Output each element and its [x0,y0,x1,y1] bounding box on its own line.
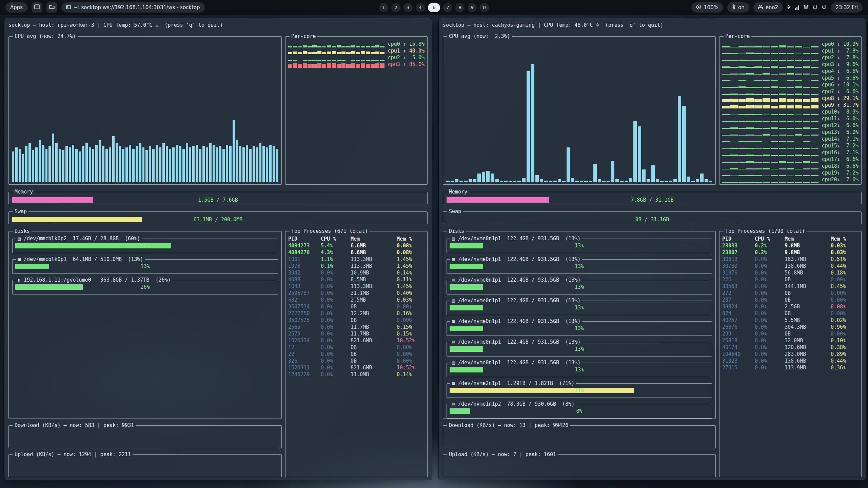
apps-button[interactable]: Apps [5,2,27,13]
swap-panel: Swap 0B / 31.1GB [443,208,862,224]
chart-bar [229,146,232,182]
chart-bar [105,149,108,182]
bell-icon[interactable] [813,4,817,11]
power-profile-icon[interactable] [787,4,791,11]
spark-bar [771,141,778,142]
chart-bar [256,147,258,182]
workspace-2[interactable]: 2 [391,3,400,12]
core-row: cpu17↓ 6.6% [722,156,859,163]
chart-bar [72,145,74,182]
process-table: PIDCPU %MemMem %238330.2%9.8MB0.03%23807… [722,236,859,371]
terminal-window-rpi-worker-3[interactable]: socktop — host: rpi-worker-3 | CPU Temp:… [4,18,432,480]
socktop-header-text: socktop — host: rpi-worker-3 | CPU Temp:… [8,22,155,28]
network-interface[interactable]: eno2 [753,2,783,13]
workspace-4[interactable]: 4 [416,3,425,12]
disk-entry: ▤ /dev/mmcblk0p2 17.4GB / 28.8GB (60%)60… [12,236,278,253]
workspace-9[interactable]: 9 [468,3,477,12]
workspace-7[interactable]: 7 [443,3,452,12]
spark-bar [803,141,810,142]
core-label: cpu14↓ 7.1% [822,136,859,142]
clock[interactable]: 23:32 Fri [831,2,863,13]
process-cell: 2596757 [288,290,321,297]
core-label: cpu8 ↓ 29.1% [822,95,859,102]
spark-bar [361,46,365,47]
percore-panel: Per-core cpu0 ↓ 10.9%cpu1 ↓ 7.8%cpu2 ↓ 7… [719,33,862,185]
bluetooth-icon [732,4,735,11]
spark-bar [771,121,778,122]
spark-bar [803,66,810,68]
spark-bar [795,74,802,75]
core-label: cpu19↓ 7.2% [822,170,859,176]
process-cell: 23833 [722,242,755,249]
spark-bar [795,54,802,54]
process-cell: 0.0% [321,371,351,378]
meter-label: 63.1MB / 200.0MB [12,216,424,223]
spark-bar [779,121,786,122]
upload-panel: Upload (KB/s) — now: 7 | peak: 1601 [443,451,716,477]
spark-bar [811,87,818,88]
workspace-1[interactable]: 1 [379,3,388,12]
process-cell: 874 [722,310,755,317]
percent-indicator[interactable]: 100% [691,2,723,13]
spark-bar [738,135,746,136]
spark-bar [738,155,746,156]
chart-bar [152,149,155,182]
process-cell: 0.0% [321,317,351,324]
signal-bars-icon[interactable] [795,5,799,10]
spark-bar [746,94,754,95]
percore-list: cpu0 ↑ 15.8%cpu1 ↑ 40.0%cpu2 ↓ 5.0%cpu3 … [288,41,425,68]
spark-bar [341,46,346,47]
process-cell: 0.00% [831,290,859,297]
meter-label: 13% [450,283,709,291]
chart-bar [136,146,138,182]
spark-bar [795,86,802,88]
chart-bar [119,146,121,182]
window-button[interactable] [32,2,42,13]
chart-bar [464,181,468,182]
process-cell: 25818 [722,337,755,344]
spark-bar [795,105,802,108]
layers-icon[interactable] [803,4,809,11]
chart-bar [239,146,241,182]
chart-bar [495,179,499,182]
disk-meter: 60% [15,242,275,249]
memory-panel: Memory 7.8GB / 31.1GB [443,189,862,204]
bluetooth-status[interactable]: on [727,2,749,13]
process-cell: 4084273 [288,242,321,249]
workspace-3[interactable]: 3 [403,3,413,12]
spark-bar [738,162,746,163]
spark-bar [763,168,770,169]
terminal-window-cachyos-gaming[interactable]: socktop — host: cachyos-gaming | CPU Tem… [439,18,866,480]
chart-bar [642,169,646,182]
spark-bar [771,99,778,102]
process-cell: 0.0% [755,358,785,364]
workspace-0[interactable]: 0 [480,3,489,12]
disk-meter: 26% [15,283,275,291]
process-cell: 12.2MB [351,310,397,317]
spark-bar [746,182,754,183]
process-cell: 0.02% [831,317,859,324]
meter-label: 13% [450,263,709,270]
active-window-title[interactable]: ~: socktop ws://192.168.1.104:3031/ws - … [61,2,204,13]
process-cell: 10.52% [397,337,425,344]
workspace-8[interactable]: 8 [455,3,465,12]
process-cell: 4.3% [321,249,351,256]
spark-bar [754,128,762,129]
workspace-6[interactable]: 6 [428,3,440,12]
meter-label: 71% [450,387,709,394]
spark-bar [754,66,762,68]
core-label: cpu17↓ 6.6% [822,156,859,163]
disk-meter: 13% [450,263,709,270]
core-sparkline [722,130,818,136]
process-cell: 113.3MB [351,263,397,269]
upload-title: Upload (KB/s) — now: 1294 | peak: 2211 [13,451,133,458]
process-cell: 30733 [722,263,755,269]
files-button[interactable] [46,2,57,13]
spark-bar [730,148,738,149]
percore-title: Per-core [724,33,751,39]
chart-bar [491,174,494,182]
disk-entry: ▤ /dev/nvme0n1p1 122.4GB / 931.5GB (13%)… [447,277,712,294]
power-icon[interactable] [822,4,827,11]
spark-bar [787,176,794,176]
download-panel: Download (KB/s) — now: 13 | peak: 99426 [443,422,716,448]
